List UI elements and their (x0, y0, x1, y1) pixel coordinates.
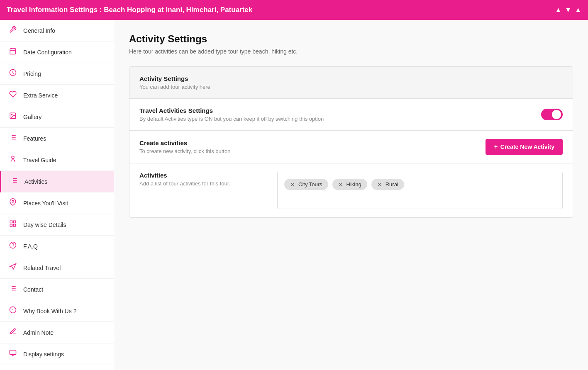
sidebar-item-features[interactable]: Features (0, 128, 114, 149)
activities-tags-container: ✕ City Tours ✕ Hiking ✕ Rural (277, 172, 563, 209)
topbar: Travel Information Settings : Beach Hopp… (0, 0, 588, 20)
create-activities-section: Create activities To create new activity… (129, 131, 573, 163)
svg-point-20 (12, 200, 14, 202)
map-pin-icon (8, 198, 17, 208)
sidebar-item-general-info[interactable]: General Info (0, 20, 114, 41)
create-activities-text: Create activities To create new activity… (139, 139, 230, 154)
svg-point-13 (12, 156, 14, 158)
create-activities-title: Create activities (139, 139, 230, 146)
activity-settings-section: Activity Settings You can add tour activ… (129, 67, 573, 99)
layout: General Info Date Configuration Pricing … (0, 20, 588, 370)
remove-rural-button[interactable]: ✕ (377, 182, 382, 187)
toggle-slider (541, 109, 563, 120)
faq-icon (8, 241, 17, 251)
expand-icon[interactable]: ▲ (575, 6, 581, 14)
sidebar-item-related-travel[interactable]: Related Travel (0, 257, 114, 279)
activities-label-col: Activities Add a list of tour activities… (139, 172, 264, 187)
plus-icon: + (494, 143, 498, 151)
sidebar-label-features: Features (23, 135, 46, 142)
sidebar-item-admin-note[interactable]: Admin Note (0, 322, 114, 343)
topbar-controls: ▲ ▼ ▲ (555, 6, 581, 14)
sidebar-label-gallery: Gallery (23, 114, 41, 120)
activities-label-desc: Add a list of tour activities for this t… (139, 180, 264, 187)
sidebar-item-faq[interactable]: F.A.Q (0, 236, 114, 257)
travel-activities-title: Travel Activities Settings (139, 107, 324, 114)
sidebar-item-extra-service[interactable]: Extra Service (0, 85, 114, 106)
sidebar-item-gallery[interactable]: Gallery (0, 106, 114, 128)
sidebar-item-contact[interactable]: Contact (0, 279, 114, 300)
extra-service-icon (8, 90, 17, 100)
wrench-icon (8, 26, 17, 35)
sidebar-label-day-wise-details: Day wise Details (23, 222, 66, 228)
sidebar-label-date-configuration: Date Configuration (23, 49, 72, 56)
sidebar-label-places-youll-visit: Places You'll Visit (23, 200, 68, 207)
sidebar-label-general-info: General Info (23, 27, 55, 34)
activity-settings-card: Activity Settings You can add tour activ… (129, 66, 573, 218)
svg-point-6 (11, 114, 12, 115)
city-tours-label: City Tours (298, 181, 322, 187)
pricing-icon (8, 69, 17, 78)
display-settings-icon (8, 349, 17, 359)
sidebar-item-date-configuration[interactable]: Date Configuration (0, 41, 114, 63)
travel-guide-icon (8, 155, 17, 165)
svg-marker-27 (10, 264, 16, 270)
sidebar-item-day-wise-details[interactable]: Day wise Details (0, 214, 114, 236)
calendar-icon (8, 47, 17, 57)
hiking-label: Hiking (346, 181, 361, 187)
activities-icon (10, 177, 19, 186)
related-travel-icon (8, 263, 17, 273)
activities-tags-section: Activities Add a list of tour activities… (129, 163, 573, 217)
admin-note-icon (8, 328, 17, 337)
sidebar-item-places-youll-visit[interactable]: Places You'll Visit (0, 192, 114, 214)
svg-rect-22 (14, 221, 16, 223)
chevron-up-icon[interactable]: ▲ (555, 6, 561, 14)
sidebar-label-faq: F.A.Q (23, 243, 38, 250)
svg-rect-37 (10, 350, 16, 355)
sidebar-item-travel-guide[interactable]: Travel Guide (0, 149, 114, 171)
svg-rect-21 (10, 221, 12, 223)
create-activities-desc: To create new activity, click this butto… (139, 148, 230, 154)
activity-settings-title: Activity Settings (139, 75, 563, 82)
activity-tag-rural: ✕ Rural (371, 179, 404, 190)
sidebar-label-admin-note: Admin Note (23, 329, 54, 336)
svg-rect-23 (14, 224, 16, 226)
page-subtitle: Here tour activities can be added type t… (129, 48, 573, 55)
sidebar-item-activities[interactable]: Activities (0, 171, 114, 192)
remove-hiking-button[interactable]: ✕ (338, 182, 343, 187)
features-icon (8, 134, 17, 143)
travel-activities-toggle[interactable] (541, 109, 563, 120)
sidebar-label-extra-service: Extra Service (23, 92, 58, 99)
sidebar-item-why-book-with-us[interactable]: Why Book With Us ? (0, 300, 114, 322)
sidebar-label-pricing: Pricing (23, 71, 41, 77)
gallery-icon (8, 112, 17, 122)
activities-label-title: Activities (139, 172, 264, 179)
sidebar-label-why-book-with-us: Why Book With Us ? (23, 308, 76, 314)
sidebar-label-contact: Contact (23, 286, 43, 293)
travel-activities-row: Travel Activities Settings By default Ac… (139, 107, 563, 122)
sidebar-item-pricing[interactable]: Pricing (0, 63, 114, 85)
create-new-activity-label: Create New Activity (500, 144, 554, 150)
sidebar-label-display-settings: Display settings (23, 351, 64, 358)
day-wise-icon (8, 220, 17, 229)
contact-icon (8, 285, 17, 294)
travel-activities-text: Travel Activities Settings By default Ac… (139, 107, 324, 122)
sidebar-item-display-settings[interactable]: Display settings (0, 343, 114, 365)
remove-city-tours-button[interactable]: ✕ (290, 182, 295, 187)
create-new-activity-button[interactable]: + Create New Activity (486, 139, 563, 155)
activity-tag-city-tours: ✕ City Tours (284, 179, 328, 190)
activity-settings-desc: You can add tour activity here (139, 84, 563, 90)
sidebar-label-travel-guide: Travel Guide (23, 157, 56, 163)
sidebar-label-related-travel: Related Travel (23, 265, 61, 271)
svg-rect-24 (10, 224, 12, 226)
main-content: Activity Settings Here tour activities c… (114, 20, 588, 370)
rural-label: Rural (385, 181, 398, 187)
sidebar: General Info Date Configuration Pricing … (0, 20, 114, 370)
create-activities-row: Create activities To create new activity… (139, 139, 563, 155)
travel-activities-section: Travel Activities Settings By default Ac… (129, 99, 573, 131)
svg-rect-0 (10, 49, 16, 54)
info-icon (8, 306, 17, 316)
chevron-down-icon[interactable]: ▼ (565, 6, 571, 14)
page-title: Activity Settings (129, 33, 573, 45)
topbar-title: Travel Information Settings : Beach Hopp… (7, 6, 252, 14)
sidebar-label-activities: Activities (24, 178, 47, 185)
